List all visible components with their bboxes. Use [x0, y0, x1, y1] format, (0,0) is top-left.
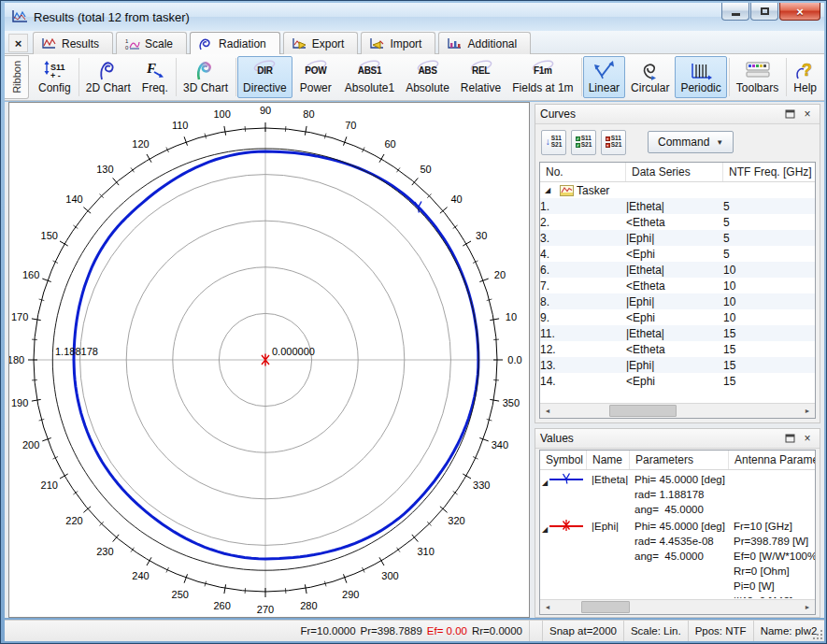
column-header-antenna-parameters[interactable]: Antenna Parameters — [729, 451, 816, 469]
close-panel-icon[interactable]: × — [800, 107, 815, 122]
title-bar[interactable]: Results (total 12 from tasker) × — [5, 3, 824, 31]
curves-hscroll-track[interactable] — [555, 404, 800, 418]
ribbon-button-relative[interactable]: RELRelative — [455, 56, 506, 98]
curves-row[interactable]: 3.|Ephi|5 — [540, 230, 815, 246]
tab-label: Import — [390, 37, 421, 50]
tab-results[interactable]: Results — [33, 32, 113, 54]
ribbon-button-absolute[interactable]: ABSAbsolute — [400, 56, 455, 98]
center-scale-label: 0.000000 — [272, 346, 315, 357]
values-hscroll-thumb[interactable] — [581, 601, 630, 613]
ribbon-button-3d-chart[interactable]: 3D Chart — [178, 56, 234, 98]
ribbon-button-circular[interactable]: Circular — [625, 56, 675, 98]
disable-s-params-button[interactable]: ×S11×S21 — [601, 130, 626, 155]
status-fr: Fr=10.0000 — [300, 625, 355, 637]
ribbon-side-tab[interactable]: Ribbon — [5, 55, 29, 99]
close-panel-icon[interactable]: × — [800, 432, 815, 446]
angle-label: 140 — [65, 193, 82, 205]
antenna-parameter-line: Pi=0 [W] — [734, 579, 815, 594]
values-cell-parameters: Phi= 45.0000 [deg]rad= 4.4535e-08ang= 45… — [630, 519, 729, 598]
scroll-left-icon[interactable]: ◄ — [540, 404, 555, 418]
curves-panel-titlebar: Curves × — [535, 105, 820, 124]
ribbon-button-power[interactable]: POWPower — [292, 56, 339, 98]
angle-label: 240 — [132, 570, 149, 581]
maximize-button[interactable] — [750, 3, 778, 21]
column-header-data-series[interactable]: Data Series — [626, 163, 723, 181]
status-bar: Fr=10.0000 Pr=398.7889 Ef= 0.00 Rr=0.000… — [5, 620, 824, 641]
angle-label: 10 — [506, 311, 517, 322]
ribbon-button-config[interactable]: S11+ -Config — [33, 56, 77, 98]
column-header-parameters[interactable]: Parameters — [630, 451, 729, 469]
ribbon-button-help[interactable]: ?Help — [788, 56, 822, 98]
column-header-ntf-freq-[ghz][interactable]: NTF Freq. [GHz] — [723, 163, 816, 181]
polar-tick — [479, 438, 488, 441]
close-button[interactable]: × — [779, 3, 820, 21]
ribbon-button-directive[interactable]: DIRDirective — [237, 56, 292, 98]
scroll-right-icon[interactable]: ► — [800, 404, 815, 418]
ribbon-button-fields-at-1m[interactable]: F1mFields at 1m — [506, 56, 578, 98]
curves-hscrollbar[interactable]: ◄ ► — [540, 403, 815, 418]
values-cell-symbol: ◢ — [540, 472, 587, 517]
tree-expand-icon[interactable]: ◢ — [545, 186, 560, 194]
angle-label: 310 — [417, 546, 434, 557]
values-row[interactable]: ◢|Ephi|Phi= 45.0000 [deg]rad= 4.4535e-08… — [540, 517, 815, 598]
float-panel-icon[interactable] — [782, 107, 797, 122]
values-row[interactable]: ◢|Etheta|Phi= 45.0000 [deg]rad= 1.188178… — [540, 470, 815, 517]
window-title: Results (total 12 from tasker) — [34, 10, 190, 24]
curves-row[interactable]: 7.<Etheta10 — [540, 278, 815, 293]
column-header-name[interactable]: Name — [587, 451, 630, 469]
move-s-params-button[interactable]: ↓S11S21 — [541, 130, 566, 155]
enable-s-params-button[interactable]: ✓S11✓S21 — [571, 130, 596, 155]
ribbon-close-button[interactable]: × — [8, 34, 28, 52]
column-header-symbol[interactable]: Symbol — [540, 451, 587, 469]
curves-row[interactable]: 1.|Etheta|5 — [540, 198, 815, 214]
tab-import[interactable]: Import — [361, 32, 435, 54]
float-panel-icon[interactable] — [782, 432, 797, 446]
curves-row[interactable]: 9.<Ephi10 — [540, 309, 815, 325]
tab-scale[interactable]: 10Scale — [116, 32, 187, 54]
ribbon-button-freq[interactable]: FFreq. — [136, 56, 174, 98]
curves-row[interactable]: 8.|Ephi|10 — [540, 293, 815, 309]
checkbox-icon: ✓ — [576, 143, 580, 148]
tab-radiation[interactable]: Radiation — [190, 32, 280, 55]
curves-hscroll-thumb[interactable] — [609, 405, 677, 417]
curves-group-row[interactable]: ◢Tasker — [540, 182, 815, 198]
ribbon-buttons: S11+ -Config2D ChartFFreq.3D ChartDIRDir… — [31, 54, 824, 100]
polar-tick — [344, 574, 347, 582]
polar-tick — [42, 279, 50, 281]
import-chart-icon — [369, 37, 385, 50]
angle-label: 210 — [41, 479, 58, 491]
curves-row[interactable]: 11.|Etheta|15 — [540, 325, 815, 341]
ribbon-button-toolbars[interactable]: Toolbars — [731, 56, 784, 98]
command-dropdown-button[interactable]: Command▼ — [648, 131, 734, 153]
ribbon-button-periodic[interactable]: Periodic — [675, 56, 726, 98]
svg-text:+ -: + - — [50, 71, 61, 80]
ribbon-button-absolute1[interactable]: ABS1Absolute1 — [339, 56, 400, 98]
curves-row[interactable]: 4.<Ephi5 — [540, 246, 815, 262]
curves-row[interactable]: 14.<Ephi15 — [540, 373, 815, 389]
polar-tick — [490, 319, 499, 321]
scroll-right-icon[interactable]: ► — [800, 600, 815, 614]
tab-export[interactable]: Export — [283, 32, 359, 54]
curves-row[interactable]: 2.<Etheta5 — [540, 214, 815, 230]
values-hscroll-track[interactable] — [555, 600, 800, 614]
curves-row[interactable]: 13.|Ephi|15 — [540, 357, 815, 373]
values-cell-name: |Etheta| — [587, 472, 630, 517]
ribbon-button-2d-chart[interactable]: 2D Chart — [80, 56, 136, 98]
tab-additional[interactable]: Additional — [438, 32, 531, 54]
scroll-left-icon[interactable]: ◄ — [540, 600, 555, 614]
curves-cell-no: 1. — [540, 200, 626, 213]
status-scale: Scale: Lin. — [624, 621, 689, 641]
parameter-line: Phi= 45.0000 [deg] — [635, 519, 729, 534]
column-header-no[interactable]: No. — [540, 163, 626, 181]
curves-row[interactable]: 12.<Etheta15 — [540, 341, 815, 357]
minimize-button[interactable] — [721, 3, 749, 21]
polar-tick — [131, 548, 135, 552]
values-hscrollbar[interactable]: ◄ ► — [540, 599, 815, 614]
ribbon-icon-text: ABS — [418, 65, 436, 76]
resize-grip[interactable] — [811, 628, 822, 639]
curves-cell-series: <Etheta — [626, 343, 723, 356]
angle-label: 290 — [342, 589, 359, 600]
curves-row[interactable]: 6.|Etheta|10 — [540, 262, 815, 278]
curves-cell-freq: 10 — [723, 279, 815, 293]
ribbon-button-linear[interactable]: Linear — [583, 56, 625, 98]
